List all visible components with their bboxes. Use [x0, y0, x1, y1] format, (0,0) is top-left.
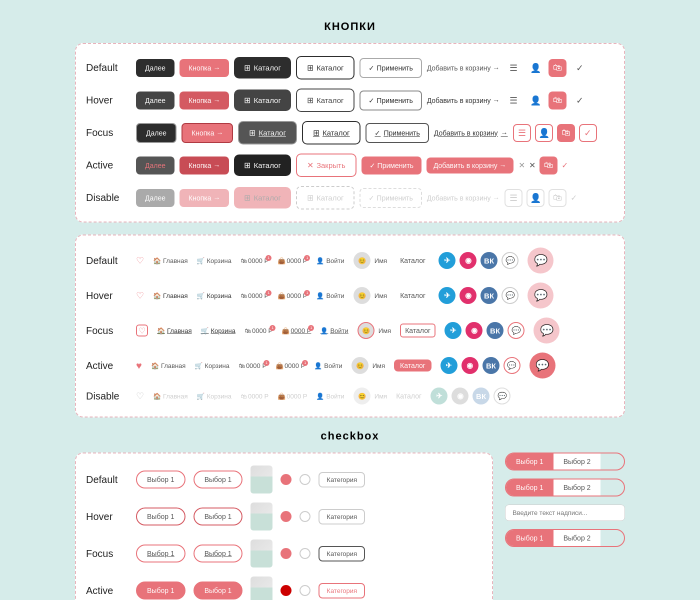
vk-btn-active[interactable]: ВК: [482, 357, 500, 374]
user-icon-hover[interactable]: 👤: [526, 92, 544, 110]
menu-icon-default[interactable]: ☰: [504, 59, 522, 77]
avatar-default[interactable]: 😊: [354, 252, 370, 269]
seg-right-active[interactable]: Выбор 2: [554, 530, 601, 546]
category-btn-focus[interactable]: Категория: [318, 546, 365, 562]
seg-left-hover[interactable]: Выбор 1: [506, 480, 554, 496]
check-icon-active[interactable]: ✓: [562, 160, 568, 170]
heart-icon-default[interactable]: ♡: [136, 255, 144, 266]
menu-icon-hover[interactable]: ☰: [504, 92, 522, 110]
telegram-btn-focus[interactable]: ✈: [444, 322, 462, 339]
radio-filled-active[interactable]: [280, 585, 292, 596]
x-icon-active-2[interactable]: ✕: [529, 160, 536, 170]
x-icon-active-1[interactable]: ✕: [518, 160, 525, 170]
avatar-focus[interactable]: 😊: [358, 322, 374, 339]
user-icon-default[interactable]: 👤: [526, 59, 544, 77]
vk-btn-default[interactable]: ВК: [480, 252, 498, 269]
cart-link-focus[interactable]: 🛒 Корзина: [200, 327, 236, 334]
text-input-field[interactable]: [505, 504, 625, 521]
catalog-outline-active[interactable]: ✕ Закрыть: [296, 154, 356, 177]
bag-icon-hover[interactable]: 🛍: [548, 92, 566, 110]
catalog-text-focus[interactable]: Каталог: [400, 324, 436, 338]
check-icon-focus[interactable]: ✓: [579, 124, 597, 142]
apply-btn-default[interactable]: ✓ Применить: [360, 58, 422, 78]
cart-price2-active[interactable]: 👜 1 0000 Р: [276, 362, 305, 370]
catalog-filled-active[interactable]: ⊞ Каталог: [234, 154, 291, 176]
chip1-hover[interactable]: Выбор 1: [136, 508, 186, 526]
seg-left-active[interactable]: Выбор 1: [506, 530, 554, 546]
catalog-outline-focus[interactable]: ⊞ Каталог: [302, 121, 361, 144]
chat-btn-active[interactable]: 💬: [504, 357, 520, 374]
instagram-btn-active[interactable]: ◉: [462, 357, 478, 374]
instagram-btn-focus[interactable]: ◉: [466, 322, 482, 339]
catalog-outline-hover[interactable]: ⊞ Каталог: [296, 88, 355, 112]
button-btn-active[interactable]: Кнопка →: [180, 156, 229, 174]
radio-filled-default[interactable]: [280, 474, 292, 485]
button-btn-hover[interactable]: Кнопка →: [180, 92, 229, 110]
add-to-cart-active[interactable]: Добавить в корзину →: [426, 158, 514, 174]
radio-empty-default[interactable]: [300, 474, 310, 485]
next-btn-hover[interactable]: Далее: [136, 92, 174, 110]
cart-price2-default[interactable]: 👜 1 0000 Р: [278, 257, 307, 264]
add-to-cart-focus[interactable]: Добавить в корзину →: [434, 125, 508, 141]
instagram-btn-default[interactable]: ◉: [460, 252, 476, 269]
catalog-text-hover[interactable]: Каталог: [396, 290, 430, 302]
login-link-focus[interactable]: 👤 Войти: [320, 327, 348, 334]
menu-icon-focus[interactable]: ☰: [513, 124, 531, 142]
vk-btn-hover[interactable]: ВК: [480, 287, 498, 304]
catalog-filled-default[interactable]: ⊞ Каталог: [234, 57, 291, 78]
login-link-active[interactable]: 👤 Войти: [314, 362, 342, 370]
chip1-focus[interactable]: Выбор 1: [136, 544, 186, 562]
button-btn-focus[interactable]: Кнопка →: [182, 123, 233, 143]
chat-bubble-active[interactable]: 💬: [530, 352, 556, 378]
cart-price-default[interactable]: 🛍 1 0000 Р: [240, 257, 268, 264]
cart-price2-hover[interactable]: 👜 1 0000 Р: [278, 292, 307, 300]
user-icon-focus[interactable]: 👤: [535, 124, 553, 142]
seg-right-default[interactable]: Выбор 2: [554, 454, 601, 470]
vk-btn-focus[interactable]: ВК: [486, 322, 504, 339]
telegram-btn-default[interactable]: ✈: [438, 252, 456, 269]
chat-btn-focus[interactable]: 💬: [508, 322, 524, 339]
add-to-cart-default[interactable]: Добавить в корзину →: [427, 60, 500, 76]
home-link-focus[interactable]: 🏠 Главная: [157, 327, 192, 334]
catalog-text-default[interactable]: Каталог: [396, 254, 430, 266]
next-btn-focus[interactable]: Далее: [136, 123, 176, 143]
seg-left-default[interactable]: Выбор 1: [506, 454, 554, 470]
chat-btn-default[interactable]: 💬: [502, 252, 518, 269]
category-btn-active[interactable]: Категория: [318, 583, 365, 598]
catalog-filled-hover[interactable]: ⊞ Каталог: [234, 90, 291, 111]
home-link-hover[interactable]: 🏠 Главная: [153, 292, 188, 300]
catalog-filled-focus[interactable]: ⊞ Каталог: [238, 121, 297, 144]
chip2-active[interactable]: Выбор 1: [194, 582, 243, 600]
radio-filled-focus[interactable]: [280, 548, 292, 559]
add-to-cart-hover[interactable]: Добавить в корзину →: [427, 92, 500, 108]
category-btn-default[interactable]: Категория: [318, 472, 365, 488]
bag-icon-default[interactable]: 🛍: [548, 59, 566, 77]
seg-right-hover[interactable]: Выбор 2: [554, 480, 601, 496]
radio-empty-active[interactable]: [300, 585, 310, 596]
chat-bubble-hover[interactable]: 💬: [528, 282, 554, 308]
next-btn-default[interactable]: Далее: [136, 59, 174, 77]
check-icon-default[interactable]: ✓: [570, 59, 588, 77]
catalog-outline-default[interactable]: ⊞ Каталог: [296, 56, 355, 80]
home-link-active[interactable]: 🏠 Главная: [151, 362, 186, 370]
heart-icon-hover[interactable]: ♡: [136, 290, 144, 301]
radio-empty-focus[interactable]: [300, 548, 310, 559]
heart-icon-focus[interactable]: ♡: [136, 324, 148, 336]
telegram-btn-active[interactable]: ✈: [440, 357, 458, 374]
radio-filled-hover[interactable]: [280, 511, 292, 522]
chat-btn-hover[interactable]: 💬: [502, 287, 518, 304]
avatar-active[interactable]: 😊: [352, 357, 368, 374]
cart-link-hover[interactable]: 🛒 Корзина: [196, 292, 232, 300]
cart-link-default[interactable]: 🛒 Корзина: [196, 257, 232, 264]
login-link-hover[interactable]: 👤 Войти: [316, 292, 344, 300]
chat-bubble-focus[interactable]: 💬: [534, 318, 560, 344]
login-link-default[interactable]: 👤 Войти: [316, 257, 344, 264]
apply-btn-hover[interactable]: ✓ Применить: [360, 90, 422, 110]
avatar-hover[interactable]: 😊: [354, 287, 370, 304]
cart-price-focus[interactable]: 🛍 1 0000 Р: [244, 327, 272, 334]
instagram-btn-hover[interactable]: ◉: [460, 287, 476, 304]
telegram-btn-hover[interactable]: ✈: [438, 287, 456, 304]
cart-price-active[interactable]: 🛍 1 0000 Р: [238, 362, 266, 370]
chip2-hover[interactable]: Выбор 1: [194, 508, 243, 526]
next-btn-active[interactable]: Далее: [136, 156, 174, 174]
